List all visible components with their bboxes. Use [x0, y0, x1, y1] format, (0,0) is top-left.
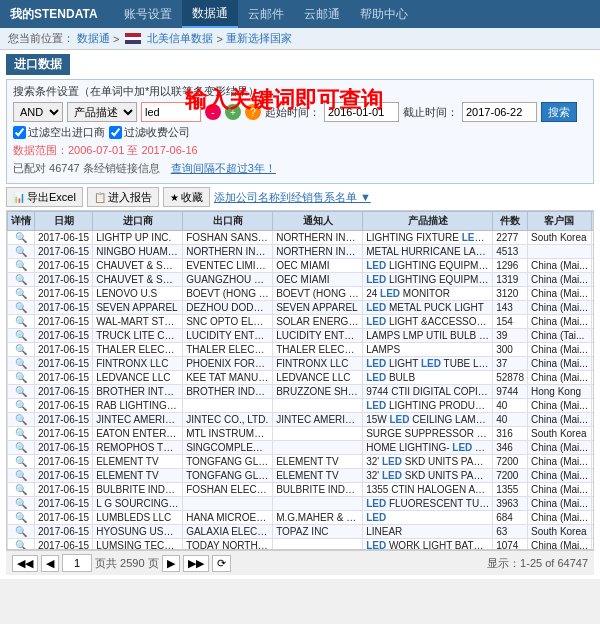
detail-icon[interactable]: 🔍 — [8, 371, 35, 385]
cell-col-8: 7730 — [591, 483, 594, 497]
keyword-input[interactable] — [141, 102, 201, 122]
cell-col-8: 3979 — [591, 441, 594, 455]
cell-col-1: 2017-06-15 — [35, 539, 93, 551]
detail-icon[interactable]: 🔍 — [8, 469, 35, 483]
cell-col-5: 32' LED SKD UNITS PANEL ASSEMBLY — [363, 455, 493, 469]
detail-icon[interactable]: 🔍 — [8, 287, 35, 301]
table-row: 🔍2017-06-15LUMSING TECHN...TODAY NORTH L… — [8, 539, 595, 551]
cell-col-1: 2017-06-15 — [35, 273, 93, 287]
detail-icon[interactable]: 🔍 — [8, 427, 35, 441]
cell-col-2: THALER ELECTRIC — [93, 343, 183, 357]
nav-data[interactable]: 数据通 — [182, 0, 238, 28]
cell-col-8: 2540 — [591, 343, 594, 357]
detail-icon[interactable]: 🔍 — [8, 399, 35, 413]
cell-col-8: 3924 — [591, 525, 594, 539]
breadcrumb-reselect[interactable]: 重新选择国家 — [226, 31, 292, 46]
check-known-label[interactable]: 过滤收费公司 — [109, 125, 190, 140]
cell-col-6: 143 — [493, 301, 528, 315]
cell-col-1: 2017-06-15 — [35, 441, 93, 455]
detail-icon[interactable]: 🔍 — [8, 231, 35, 245]
cell-col-8: 54284 — [591, 371, 594, 385]
page-number-input[interactable] — [62, 554, 92, 572]
cell-col-3: TONGFANG GLO... — [183, 455, 273, 469]
detail-icon[interactable]: 🔍 — [8, 273, 35, 287]
import-report-button[interactable]: 📋 进入报告 — [87, 187, 159, 207]
page-info: 页共 2590 页 — [95, 556, 159, 571]
detail-icon[interactable]: 🔍 — [8, 329, 35, 343]
start-date-input[interactable] — [324, 102, 399, 122]
cell-col-2: CHAUVET & SON... — [93, 273, 183, 287]
cell-col-5: LED LIGHTING EQUIPMENT H.S.CO DE:9405409… — [363, 273, 493, 287]
cell-col-7: China (Mai... — [527, 259, 591, 273]
breadcrumb-north-america[interactable]: 北美信单数据 — [147, 31, 213, 46]
table-row: 🔍2017-06-15ELEMENT TVTONGFANG GLO...ELEM… — [8, 469, 595, 483]
cell-col-3: BROTHER INDUS... — [183, 385, 273, 399]
cell-col-6: 40 — [493, 413, 528, 427]
breadcrumb: 您当前位置： 数据通 > 北美信单数据 > 重新选择国家 — [0, 28, 600, 50]
table-row: 🔍2017-06-15EATON ENTERPR...MTL INSTRUMEN… — [8, 427, 595, 441]
cell-col-6: 40 — [493, 399, 528, 413]
nav-help[interactable]: 帮助中心 — [350, 0, 418, 28]
detail-icon[interactable]: 🔍 — [8, 259, 35, 273]
detail-icon[interactable]: 🔍 — [8, 245, 35, 259]
cell-col-4 — [273, 497, 363, 511]
detail-icon[interactable]: 🔍 — [8, 483, 35, 497]
add-company-link[interactable]: 添加公司名称到经销售系名单 ▼ — [214, 190, 371, 205]
detail-icon[interactable]: 🔍 — [8, 441, 35, 455]
cell-col-4: OEC MIAMI — [273, 273, 363, 287]
check-customs-label[interactable]: 过滤空出进口商 — [13, 125, 105, 140]
help-icon[interactable]: ? — [245, 104, 261, 120]
cell-col-2: LIGHTP UP INC. — [93, 231, 183, 245]
pagination: ◀◀ ◀ 页共 2590 页 ▶ ▶▶ ⟳ 显示：1-25 of 64747 — [6, 550, 594, 575]
condition-label: 搜索条件设置（在单词中加*用以联等多变形结果） — [13, 84, 259, 99]
cell-col-2: NINGBO HUAMA... — [93, 245, 183, 259]
detail-icon[interactable]: 🔍 — [8, 413, 35, 427]
detail-icon[interactable]: 🔍 — [8, 455, 35, 469]
logic-select[interactable]: AND OR — [13, 102, 63, 122]
page-last-button[interactable]: ▶▶ — [183, 555, 209, 572]
detail-icon[interactable]: 🔍 — [8, 539, 35, 551]
col-date: 日期 — [35, 212, 93, 231]
add-condition-icon[interactable]: + — [225, 104, 241, 120]
cell-col-6: 4513 — [493, 245, 528, 259]
excel-export-button[interactable]: 📊 导出Excel — [6, 187, 83, 207]
page-next-button[interactable]: ▶ — [162, 555, 180, 572]
collect-button[interactable]: ★ 收藏 — [163, 187, 210, 207]
nav-account[interactable]: 账号设置 — [114, 0, 182, 28]
cell-col-1: 2017-06-15 — [35, 329, 93, 343]
cell-col-1: 2017-06-15 — [35, 245, 93, 259]
cell-col-8: 13016 — [591, 259, 594, 273]
page-refresh-button[interactable]: ⟳ — [212, 555, 231, 572]
remove-condition-icon[interactable]: - — [205, 104, 221, 120]
detail-icon[interactable]: 🔍 — [8, 497, 35, 511]
end-date-input[interactable] — [462, 102, 537, 122]
page-first-button[interactable]: ◀◀ — [12, 555, 38, 572]
search-button[interactable]: 搜索 — [541, 102, 577, 122]
breadcrumb-data[interactable]: 数据通 — [77, 31, 110, 46]
cell-col-5: LAMPS — [363, 343, 493, 357]
check-known[interactable] — [109, 126, 122, 139]
query-limit-link[interactable]: 查询间隔不超过3年！ — [171, 161, 276, 176]
detail-icon[interactable]: 🔍 — [8, 385, 35, 399]
field-select[interactable]: 产品描述 — [67, 102, 137, 122]
cell-col-8: 16110 — [591, 231, 594, 245]
detail-icon[interactable]: 🔍 — [8, 357, 35, 371]
detail-icon[interactable]: 🔍 — [8, 301, 35, 315]
table-row: 🔍2017-06-15L G SOURCING,I...LED FLUORESC… — [8, 497, 595, 511]
end-date-label: 截止时间： — [403, 105, 458, 120]
page-prev-button[interactable]: ◀ — [41, 555, 59, 572]
nav-cloud-mail[interactable]: 云邮件 — [238, 0, 294, 28]
match-text: 已配对 46747 条经销链接信息 — [13, 161, 160, 176]
cell-col-4: BOEVT (HONG K... — [273, 287, 363, 301]
nav-cloud-tong[interactable]: 云邮通 — [294, 0, 350, 28]
cell-col-8: 17191 — [591, 497, 594, 511]
detail-icon[interactable]: 🔍 — [8, 525, 35, 539]
check-customs[interactable] — [13, 126, 26, 139]
detail-icon[interactable]: 🔍 — [8, 511, 35, 525]
detail-icon[interactable]: 🔍 — [8, 315, 35, 329]
table-row: 🔍2017-06-15RAB LIGHTING INCLED LIGHTING … — [8, 399, 595, 413]
cell-col-3: TODAY NORTH L... — [183, 539, 273, 551]
detail-icon[interactable]: 🔍 — [8, 343, 35, 357]
cell-col-5: HOME LIGHTING- LED BULBS AND LAMPS HS CO… — [363, 441, 493, 455]
cell-col-1: 2017-06-15 — [35, 287, 93, 301]
